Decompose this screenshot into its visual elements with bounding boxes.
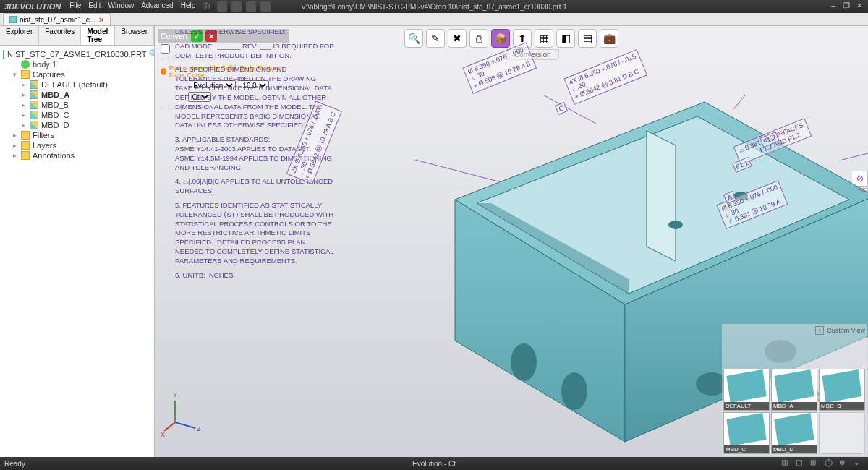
window-min-button[interactable]: –: [827, 1, 839, 12]
thumb-mbd-a[interactable]: MBD_A: [771, 369, 817, 411]
svg-text:Z: Z: [197, 425, 201, 432]
status-icon-4[interactable]: ◯: [825, 458, 835, 469]
model-tree: NIST_STC_07_ASME1_CR10030.PRT 🔍 body 1 ▾…: [0, 46, 154, 457]
close-tab-icon[interactable]: ✕: [98, 16, 104, 24]
confirm-button[interactable]: ✓: [191, 30, 203, 42]
window-max-button[interactable]: ❐: [841, 1, 852, 12]
tree-item-default[interactable]: ▸DEFAULT (default): [1, 80, 153, 90]
qa-icon-2[interactable]: [231, 1, 242, 12]
qa-icon-1[interactable]: [217, 1, 227, 12]
tool-edit[interactable]: ✎: [426, 29, 445, 48]
tool-views[interactable]: ▤: [578, 29, 597, 48]
menu-advanced[interactable]: Advanced: [141, 1, 173, 12]
tab-favorites[interactable]: Favorites: [39, 26, 81, 45]
automatic-checkbox[interactable]: [161, 44, 170, 54]
part-icon: [9, 16, 17, 23]
thumb-mbd-b[interactable]: MBD_B: [819, 369, 865, 411]
folder-icon: [21, 70, 30, 79]
chevron-right-icon[interactable]: ▸: [20, 121, 27, 129]
tool-convert[interactable]: 📦: [491, 29, 510, 48]
chevron-right-icon[interactable]: ▸: [20, 101, 27, 108]
thumb-default[interactable]: DEFAULT: [723, 369, 770, 411]
document-path: V:\ablage\Lenny\PMI\NIST-STC-PMI-v4\Creo…: [301, 3, 567, 11]
radio-icon[interactable]: [161, 68, 166, 75]
tool-repair[interactable]: ✖: [448, 29, 467, 48]
window-close-button[interactable]: ✕: [854, 1, 865, 12]
tree-item-body[interactable]: body 1: [1, 59, 153, 69]
body-icon: [21, 60, 30, 69]
thumb-mbd-c[interactable]: MBD_C: [723, 412, 770, 454]
tree-item-mbd-a[interactable]: ▸MBD_A: [1, 90, 153, 100]
svg-point-11: [668, 221, 683, 229]
thumb-mbd-d[interactable]: MBD_D: [771, 412, 817, 454]
tab-model-tree[interactable]: Model Tree: [81, 26, 115, 45]
tab-explorer[interactable]: Explorer: [0, 26, 39, 45]
menu-help[interactable]: Help: [181, 1, 196, 12]
tree-item-layers[interactable]: ▸Layers: [1, 140, 153, 150]
app-logo: 3DEVOLUTION: [0, 2, 65, 11]
svg-line-18: [164, 422, 175, 431]
document-tab[interactable]: nist_stc_07_asme1_c... ✕: [3, 13, 111, 25]
tree-item-mbd-c[interactable]: ▸MBD_C: [1, 110, 153, 120]
convert-panel: Convert ✓ ✕ Automatic ▾ Elements to conv…: [155, 26, 292, 115]
svg-line-22: [175, 422, 195, 428]
convert-title: Convert: [161, 33, 188, 40]
system-select[interactable]: Evolution: [190, 80, 236, 90]
status-icon-3[interactable]: ⊞: [810, 458, 820, 469]
viewport-3d[interactable]: Convert ✓ ✕ Automatic ▾ Elements to conv…: [155, 26, 868, 457]
orientation-triad[interactable]: X Y Z: [161, 386, 211, 437]
qa-icon-4[interactable]: [260, 1, 271, 12]
search-icon[interactable]: 🔍: [149, 49, 154, 59]
menu-file[interactable]: File: [69, 1, 81, 12]
tree-item-mbd-b[interactable]: ▸MBD_B: [1, 100, 153, 110]
status-bar: Ready Evolution - Ct ▥ ◱ ⊞ ◯ ⊕ ⌄: [0, 457, 868, 470]
tool-toolbox[interactable]: 💼: [600, 29, 618, 48]
svg-marker-3: [647, 131, 676, 261]
folder-icon: [21, 151, 30, 160]
main-menu: File Edit Window Advanced Help ⓘ: [69, 1, 210, 12]
menu-edit[interactable]: Edit: [88, 1, 101, 12]
viewport-toolbar: 🔍 ✎ ✖ ⎙ 📦 ⬆ ▦ ◧ ▤ 💼: [403, 27, 620, 49]
tree-item-annotations[interactable]: ▸Annotations: [1, 150, 153, 161]
capture-icon: [30, 111, 38, 119]
tree-item-mbd-d[interactable]: ▸MBD_D: [1, 120, 153, 130]
thumb-empty: [819, 412, 865, 454]
svg-line-17: [415, 160, 498, 181]
document-tab-label: nist_stc_07_asme1_c...: [20, 16, 95, 24]
tool-report[interactable]: ⎙: [469, 29, 488, 48]
tree-item-captures[interactable]: ▾Captures: [1, 69, 153, 80]
cancel-button[interactable]: ✕: [205, 30, 217, 42]
svg-line-15: [842, 138, 868, 160]
chevron-down-icon[interactable]: ▾: [12, 71, 18, 78]
status-icon-5[interactable]: ⊕: [839, 458, 849, 469]
version-select[interactable]: 16.0: [239, 80, 269, 90]
tab-browser[interactable]: Browser: [115, 26, 154, 45]
status-icon-2[interactable]: ◱: [796, 458, 806, 469]
view-thumbnails: +Custom View DEFAULT MBD_A MBD_B MBD_C M…: [722, 324, 867, 456]
tree-root[interactable]: NIST_STC_07_ASME1_CR10030.PRT 🔍: [1, 48, 153, 59]
format-select[interactable]: Ct: [188, 92, 211, 102]
svg-point-7: [561, 372, 587, 410]
part-icon: [3, 50, 4, 59]
chevron-right-icon[interactable]: ▸: [20, 111, 27, 119]
pmi-callout-5[interactable]: 2X Ø 6.350 +.076 / .000 ⟂ .30 ⌖ Ø.5842 Ⓜ…: [286, 101, 342, 184]
svg-line-14: [733, 95, 770, 109]
chevron-right-icon[interactable]: ▸: [12, 142, 18, 149]
chevron-right-icon[interactable]: ▸: [12, 132, 18, 139]
menu-window[interactable]: Window: [109, 1, 135, 12]
tool-compare[interactable]: ▦: [535, 29, 553, 48]
add-view-button[interactable]: +: [815, 326, 824, 335]
status-icon-6[interactable]: ⌄: [854, 458, 864, 469]
tool-section[interactable]: ◧: [556, 29, 575, 48]
chevron-right-icon[interactable]: ▸: [12, 152, 18, 159]
chevron-right-icon[interactable]: ▸: [20, 91, 27, 98]
tool-zoom[interactable]: 🔍: [404, 29, 423, 48]
status-icon-1[interactable]: ▥: [781, 458, 791, 469]
sidebar-tabs: Explorer Favorites Model Tree Browser: [0, 26, 154, 46]
folder-icon: [21, 141, 30, 150]
tree-item-filters[interactable]: ▸Filters: [1, 130, 153, 140]
chevron-right-icon[interactable]: ▸: [20, 81, 27, 88]
pmi-callout-1[interactable]: Ø 6.350 +.076 / .000 ⟂ .30 ⌖ Ø.508 Ⓜ 10.…: [462, 42, 536, 94]
svg-text:X: X: [161, 431, 165, 437]
qa-icon-3[interactable]: [246, 1, 256, 12]
